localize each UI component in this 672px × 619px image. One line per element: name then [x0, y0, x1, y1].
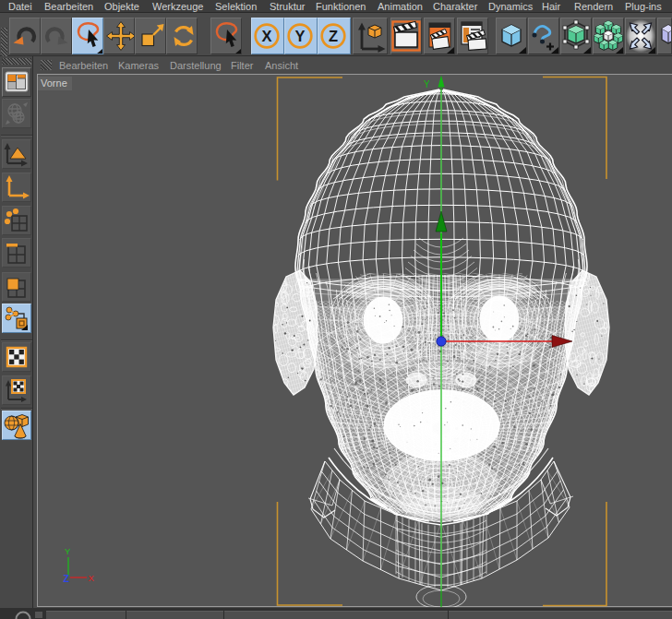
svg-text:Y: Y [65, 546, 71, 556]
svg-text:X: X [261, 28, 271, 44]
svg-text:Y: Y [424, 79, 430, 89]
svg-text:X: X [89, 573, 95, 583]
svg-text:Vorne: Vorne [41, 77, 67, 89]
svg-text:Y: Y [294, 28, 305, 44]
svg-text:Z: Z [64, 573, 70, 584]
svg-text:Z: Z [329, 28, 338, 44]
